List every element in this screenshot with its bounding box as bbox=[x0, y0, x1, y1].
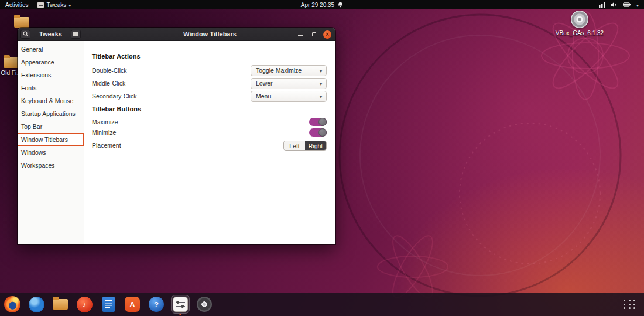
notification-bell-icon bbox=[338, 2, 343, 8]
minimize-button[interactable] bbox=[296, 30, 304, 39]
system-status-area[interactable] bbox=[599, 2, 644, 8]
maximize-button[interactable] bbox=[310, 30, 318, 39]
clock-button[interactable]: Apr 29 20:35 bbox=[301, 0, 343, 9]
dock-libreoffice-writer-icon[interactable] bbox=[100, 295, 117, 313]
network-icon bbox=[599, 2, 605, 8]
sidebar-header: Tweaks bbox=[18, 28, 84, 40]
top-bar: Activities Tweaks Apr 29 20:35 bbox=[0, 0, 644, 9]
battery-icon bbox=[623, 2, 631, 7]
titlebar[interactable]: Window Titlebars bbox=[84, 28, 335, 40]
desktop-icon-vbox-cd[interactable]: VBox_GAs_6.1.32 bbox=[559, 11, 600, 36]
help-icon bbox=[149, 297, 164, 312]
chevron-down-icon bbox=[320, 80, 322, 87]
dock bbox=[0, 293, 644, 316]
search-icon bbox=[23, 31, 29, 37]
maximize-label: Maximize bbox=[92, 118, 118, 125]
toggle-knob bbox=[318, 128, 327, 137]
minimize-label: Minimize bbox=[92, 129, 116, 136]
minimize-toggle[interactable] bbox=[309, 128, 327, 137]
dock-files-icon[interactable] bbox=[52, 295, 69, 313]
setting-row-minimize: Minimize bbox=[92, 127, 327, 138]
page-title: Window Titlebars bbox=[183, 30, 237, 38]
show-applications-button[interactable] bbox=[623, 298, 636, 311]
files-icon bbox=[53, 299, 68, 310]
middle-click-dropdown[interactable]: Lower bbox=[251, 78, 327, 89]
double-click-value: Toggle Maximize bbox=[256, 67, 302, 74]
double-click-label: Double-Click bbox=[92, 67, 127, 74]
tweaks-icon bbox=[173, 297, 188, 312]
secondary-click-label: Secondary-Click bbox=[92, 93, 136, 100]
desktop: Old Fi... VBox_GAs_6.1.32 Activities Twe… bbox=[0, 0, 644, 316]
placement-label: Placement bbox=[92, 142, 121, 149]
double-click-dropdown[interactable]: Toggle Maximize bbox=[251, 65, 327, 76]
cd-disc-icon bbox=[571, 11, 588, 28]
activities-button[interactable]: Activities bbox=[5, 0, 28, 9]
sidebar-item-window-titlebars[interactable]: Window Titlebars bbox=[18, 133, 84, 146]
close-button[interactable] bbox=[323, 30, 331, 39]
secondary-click-dropdown[interactable]: Menu bbox=[251, 91, 327, 102]
chevron-down-icon bbox=[68, 2, 71, 8]
dock-rhythmbox-icon[interactable] bbox=[76, 295, 93, 313]
app-menu-label: Tweaks bbox=[46, 2, 66, 8]
dock-cd-drive-icon[interactable] bbox=[196, 295, 213, 313]
chevron-down-icon bbox=[636, 2, 639, 8]
sidebar: General Appearance Extensions Fonts Keyb… bbox=[18, 41, 84, 244]
sidebar-item-startup-applications[interactable]: Startup Applications bbox=[18, 107, 84, 120]
minimize-icon bbox=[298, 35, 303, 36]
app-title: Tweaks bbox=[39, 30, 62, 38]
search-button[interactable] bbox=[20, 30, 30, 39]
clock-label: Apr 29 20:35 bbox=[301, 2, 334, 8]
sidebar-item-extensions[interactable]: Extensions bbox=[18, 69, 84, 81]
hamburger-icon bbox=[73, 33, 78, 34]
volume-icon bbox=[611, 2, 618, 8]
dock-help-icon[interactable] bbox=[148, 295, 165, 313]
app-menu-button[interactable]: Tweaks bbox=[37, 0, 71, 9]
maximize-toggle[interactable] bbox=[309, 118, 327, 126]
thunderbird-icon bbox=[29, 297, 44, 312]
folder-icon bbox=[4, 57, 19, 68]
dock-tweaks-icon[interactable] bbox=[172, 295, 189, 313]
setting-row-double-click: Double-Click Toggle Maximize bbox=[92, 64, 327, 77]
libreoffice-writer-icon bbox=[102, 297, 115, 312]
middle-click-label: Middle-Click bbox=[92, 80, 125, 87]
placement-right-button[interactable]: Right bbox=[305, 141, 326, 150]
folder-icon bbox=[14, 17, 29, 28]
placement-left-button[interactable]: Left bbox=[284, 141, 305, 150]
setting-row-middle-click: Middle-Click Lower bbox=[92, 77, 327, 90]
sidebar-item-windows[interactable]: Windows bbox=[18, 146, 84, 159]
dock-thunderbird-icon[interactable] bbox=[28, 295, 45, 313]
sidebar-item-general[interactable]: General bbox=[18, 43, 84, 56]
desktop-icon-label: VBox_GAs_6.1.32 bbox=[556, 30, 604, 36]
settings-panel: Titlebar Actions Double-Click Toggle Max… bbox=[84, 41, 335, 244]
dock-firefox-icon[interactable] bbox=[4, 295, 21, 313]
desktop-icon-home-folder[interactable] bbox=[1, 14, 42, 28]
cd-drive-icon bbox=[197, 297, 212, 312]
tweaks-app-icon bbox=[37, 2, 44, 8]
firefox-icon bbox=[4, 296, 20, 312]
setting-row-secondary-click: Secondary-Click Menu bbox=[92, 90, 327, 103]
sidebar-item-keyboard-mouse[interactable]: Keyboard & Mouse bbox=[18, 94, 84, 107]
ubuntu-software-icon bbox=[125, 297, 140, 312]
setting-row-placement: Placement Left Right bbox=[92, 139, 327, 152]
secondary-click-value: Menu bbox=[256, 93, 271, 100]
middle-click-value: Lower bbox=[256, 80, 273, 87]
sidebar-item-fonts[interactable]: Fonts bbox=[18, 81, 84, 94]
placement-segmented: Left Right bbox=[283, 141, 327, 151]
header-bar[interactable]: Tweaks Window Titlebars bbox=[18, 28, 335, 41]
maximize-icon bbox=[312, 32, 316, 36]
sidebar-item-appearance[interactable]: Appearance bbox=[18, 56, 84, 69]
menu-button[interactable] bbox=[71, 30, 81, 39]
tweaks-window: Tweaks Window Titlebars bbox=[18, 28, 335, 244]
section-heading-titlebar-buttons: Titlebar Buttons bbox=[92, 104, 327, 117]
setting-row-maximize: Maximize bbox=[92, 117, 327, 127]
dock-ubuntu-software-icon[interactable] bbox=[124, 295, 141, 313]
chevron-down-icon bbox=[320, 93, 322, 100]
toggle-knob bbox=[318, 118, 327, 126]
sidebar-item-workspaces[interactable]: Workspaces bbox=[18, 159, 84, 172]
chevron-down-icon bbox=[320, 67, 322, 74]
section-heading-titlebar-actions: Titlebar Actions bbox=[92, 51, 327, 64]
rhythmbox-icon bbox=[77, 297, 93, 312]
sidebar-item-top-bar[interactable]: Top Bar bbox=[18, 120, 84, 133]
